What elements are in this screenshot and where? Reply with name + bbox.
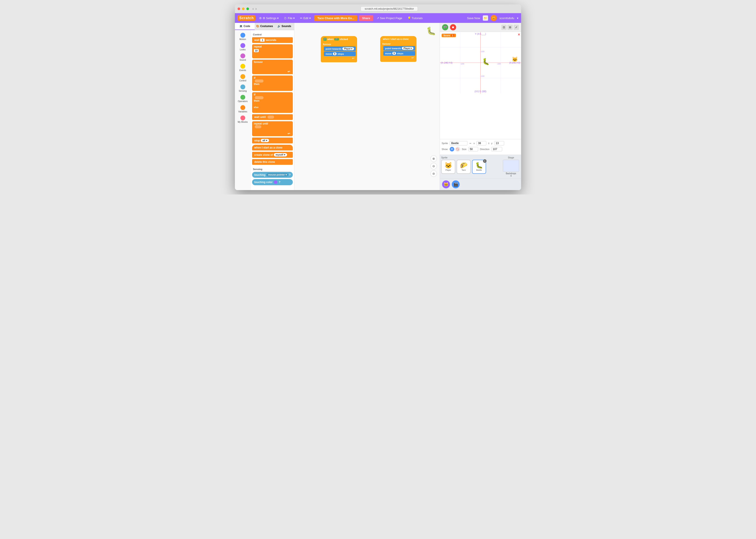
variables-label: Variables [238,111,247,113]
sprite-player[interactable]: 🐱 Player [441,160,455,174]
back-forward-nav: ‹ › [252,7,257,11]
fullscreen-stage-button[interactable]: ⤢ [514,25,519,30]
wait-block[interactable]: wait 1 seconds [252,37,293,43]
point-towards-block-1[interactable]: point towards Player ▾ [324,46,356,51]
clone-hat-label: when I start as a clone [383,38,409,40]
if-then-block[interactable]: if then [252,75,293,91]
forever-label-2: forever [382,42,415,45]
forward-button[interactable]: › [255,7,256,11]
project-name[interactable]: Taco Chase with More En... [314,15,357,21]
script-when-flag-clicked[interactable]: 🏁 when 🏁 clicked forever point towards P… [321,36,357,62]
steps-input-2[interactable]: 5 [392,52,396,55]
minimize-window-button[interactable] [242,8,244,10]
file-menu[interactable]: 🗋 File ▾ [282,16,297,21]
back-button[interactable]: ‹ [252,7,254,11]
hide-button[interactable]: 🚫 [455,147,460,152]
when-start-clone-block[interactable]: when I start as a clone [252,145,293,150]
hat-when-clicked[interactable]: 🏁 when 🏁 clicked [321,36,357,42]
sprite-taco[interactable]: 🌮 Taco [457,160,471,174]
category-my-blocks[interactable]: My Blocks [236,115,250,124]
y-input[interactable] [494,141,504,145]
right-panel: 🏁 ⏹ ⊡ ⊟ ⤢ [440,23,521,190]
category-sensing[interactable]: Sensing [236,84,250,93]
touching-dropdown[interactable]: mouse-pointer ▾ [266,173,288,177]
x100-label: -100 [497,63,501,65]
sprite-beetle[interactable]: ✕ 🐛 Beetle [472,160,486,174]
stop-dropdown[interactable]: all ▾ [261,139,269,142]
hat-when-clone[interactable]: when I start as a clone [380,36,417,41]
small-stage-button[interactable]: ⊡ [501,25,507,30]
wait-until-block[interactable]: wait until [252,114,293,120]
touching-block[interactable]: touching mouse-pointer ▾ ? [252,172,293,178]
zoom-fit-button[interactable]: ⊜ [430,170,437,177]
stage-canvas: Y (X:0,___) (X:-240,Y:0) (X:240,Y:0) (X:… [440,32,521,139]
url-bar[interactable]: scratch.mit.edu/projects/882161779/edito… [361,6,418,11]
category-control[interactable]: Control [236,73,250,83]
green-flag-button[interactable]: 🏁 [442,24,448,30]
player-dropdown-2[interactable]: Player ▾ [402,47,414,50]
move-steps-block-1[interactable]: move 5 steps [324,51,356,56]
create-clone-block[interactable]: create clone of myself ▾ [252,152,293,158]
category-motion[interactable]: Motion [236,32,250,41]
save-now-button[interactable]: Save Now [467,17,480,20]
edit-label: Edit [303,17,308,20]
close-window-button[interactable] [237,8,240,10]
script-when-start-clone[interactable]: when I start as a clone forever point to… [380,36,417,62]
share-button[interactable]: Share [359,15,373,21]
stage-close-button[interactable]: ✕ [518,33,520,36]
x-input[interactable] [476,141,486,145]
workspace-canvas[interactable]: 🏁 when 🏁 clicked forever point towards P… [294,23,440,190]
username-label[interactable]: scornfultofu [500,17,514,20]
wait-input[interactable]: 1 [260,38,265,41]
toolbar-right: Save Now 📁 🐱 scornfultofu ▾ [467,15,519,21]
repeat-block[interactable]: repeat 10 [252,44,293,58]
category-sound[interactable]: Sound [236,52,250,62]
move-steps-block-2[interactable]: move 5 steps [383,51,415,56]
stop-button[interactable]: ⏹ [450,24,456,30]
forever-block[interactable]: forever ↩ [252,60,293,74]
variables-dot [240,105,245,110]
beetle-delete-button[interactable]: ✕ [483,159,487,163]
category-looks[interactable]: Looks [236,42,250,52]
fullscreen-window-button[interactable] [246,8,249,10]
delete-clone-block[interactable]: delete this clone [252,159,293,165]
repeat-input[interactable]: 10 [254,49,259,52]
direction-input[interactable] [491,147,502,151]
tab-sounds[interactable]: 🔊 Sounds [274,23,294,30]
settings-menu[interactable]: ⚙ ⚙ Settings ▾ [257,16,281,21]
browser-window: ‹ › scratch.mit.edu/projects/882161779/e… [235,4,521,190]
my-stuff-button[interactable]: 📁 [483,15,488,21]
tutorials-link[interactable]: 💡 Tutorials [406,16,425,21]
sprite-name-input[interactable] [450,141,467,145]
sprite-list-container: Sprite 🐱 Player 🌮 Taco ✕ 🐛 [441,156,501,177]
point-towards-block-2[interactable]: point towards Player ▾ [383,46,415,50]
player-dropdown-1[interactable]: Player ▾ [342,47,354,50]
events-label: Events [239,69,246,71]
see-project-page-link[interactable]: ↗ See Project Page [375,16,404,21]
zoom-in-button[interactable]: ⊕ [430,155,437,162]
show-visible-button[interactable]: 👁 [449,147,454,152]
stop-block[interactable]: stop all ▾ [252,137,293,143]
script-bottom-2 [380,60,417,62]
category-variables[interactable]: Variables [236,104,250,114]
add-sprite-button[interactable]: 🐱 [442,181,450,188]
edit-menu[interactable]: ✏ Edit ▾ [298,16,312,21]
steps-input-1[interactable]: 5 [333,52,337,55]
tab-costumes[interactable]: 🎨 Costumes [255,23,274,30]
sprite-list-header: Sprite [441,156,501,159]
add-stage-button[interactable]: 🎬 [452,181,460,188]
category-operators[interactable]: Operators [236,94,250,104]
size-input[interactable] [468,147,478,151]
touching-color-block[interactable]: touching color ? [252,179,293,185]
zoom-out-button[interactable]: ⊖ [430,163,437,169]
normal-stage-button[interactable]: ⊟ [508,25,513,30]
repeat-until-block[interactable]: repeat until ↩ [252,121,293,136]
if-else-block[interactable]: if then else [252,92,293,113]
category-events[interactable]: Events [236,63,250,72]
clone-dropdown[interactable]: myself ▾ [274,153,287,156]
edit-chevron: ▾ [309,17,311,20]
tab-code[interactable]: 💻 Code [235,23,255,30]
operators-dot [240,95,245,100]
stage-thumbnail[interactable] [503,160,519,172]
player-sprite-icon: 🐱 [444,162,452,169]
